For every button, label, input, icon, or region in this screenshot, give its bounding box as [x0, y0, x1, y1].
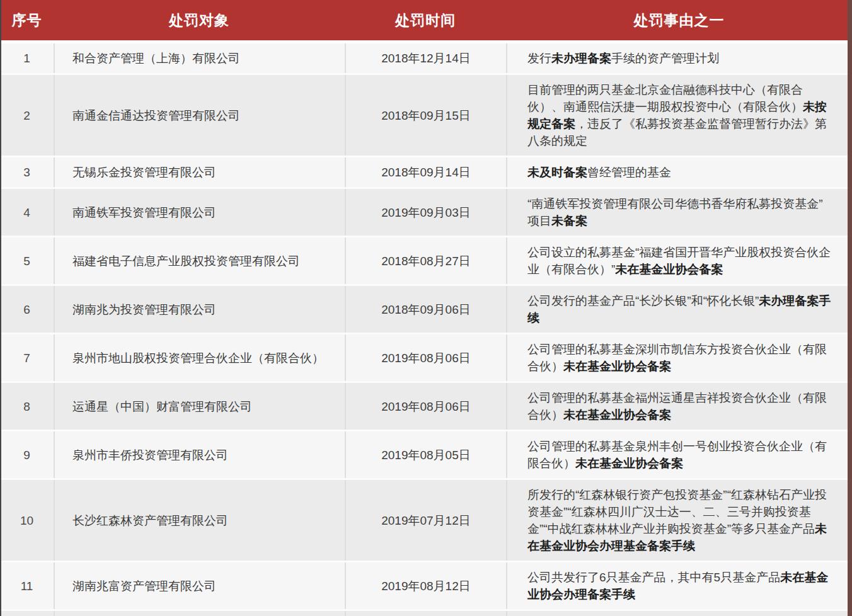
table-row: 9 泉州市丰侨投资管理有限公司 2019年08月05日 公司管理的私募基金泉州丰…	[0, 431, 852, 480]
table-row: 10 长沙红森林资产管理有限公司 2019年07月12日 所发行的“红森林银行资…	[0, 480, 852, 562]
cell-penalty-reason: 公司管理的私募基金泉州丰创一号创业投资合伙企业（有限合伙）未在基金业协会备案	[506, 431, 852, 478]
column-header-date: 处罚时间	[345, 11, 506, 30]
table-row: 7 泉州市地山股权投资管理合伙企业（有限合伙） 2019年08月06日 公司管理…	[0, 334, 852, 383]
table-row: 4 南通铁军投资管理有限公司 2019年09月03日 “南通铁军投资管理有限公司…	[0, 189, 852, 237]
cell-row-number: 8	[0, 383, 54, 430]
cell-penalty-date: 2019年08月05日	[345, 431, 506, 478]
cell-row-number: 1	[0, 43, 54, 73]
cell-penalty-reason: 公司管理的私募基金福州运通星吉祥投资合伙企业（有限合伙）未在基金业协会备案	[506, 383, 852, 430]
right-edge-strip	[848, 0, 852, 616]
cell-penalty-date: 2018年09月15日	[345, 75, 506, 156]
column-header-no: 序号	[0, 11, 54, 30]
table-row: 5 福建省电子信息产业股权投资管理有限公司 2018年08月27日 公司设立的私…	[0, 237, 852, 286]
table-row: 8 运通星（中国）财富管理有限公司 2019年08月06日 公司管理的私募基金福…	[0, 383, 852, 431]
cell-row-number: 7	[0, 334, 54, 381]
cell-penalty-reason: 公司发行的基金产品“长沙长银”和“怀化长银”未办理备案手续	[506, 286, 852, 333]
cell-penalty-reason: 公司共发行了6只基金产品，其中有5只基金产品未在基金业协会办理备案手续	[506, 562, 852, 609]
cell-row-number: 4	[0, 189, 54, 236]
cell-penalty-target: 南通金信通达投资管理有限公司	[54, 75, 345, 156]
cell-penalty-date: 2019年08月06日	[345, 383, 506, 430]
cell-row-number: 11	[0, 562, 54, 609]
cell-penalty-target: 湖南兆富资产管理有限公司	[54, 562, 345, 609]
cell-penalty-target: 福建省电子信息产业股权投资管理有限公司	[54, 237, 345, 284]
cell-penalty-target: 和合资产管理（上海）有限公司	[54, 43, 345, 73]
cell-penalty-target: 南通铁军投资管理有限公司	[54, 189, 345, 236]
cell-penalty-reason: 所发行的“红森林银行资产包投资基金”“红森林钻石产业投资基金”“红森林四川广汉士…	[506, 480, 852, 561]
table-row: 3 无锡乐金投资管理有限公司 2018年09月14日 未及时备案曾经管理的基金	[0, 157, 852, 189]
column-header-reason: 处罚事由之一	[506, 11, 852, 30]
cell-penalty-reason: 未按照规定办理基金备案手续	[506, 611, 852, 616]
table-header: 序号 处罚对象 处罚时间 处罚事由之一	[0, 0, 852, 43]
cell-penalty-target: 运通星（中国）财富管理有限公司	[54, 383, 345, 430]
cell-penalty-date: 2019年09月03日	[345, 189, 506, 236]
table-row: 11 湖南兆富资产管理有限公司 2019年08月12日 公司共发行了6只基金产品…	[0, 562, 852, 611]
cell-row-number: 5	[0, 237, 54, 284]
cell-row-number: 12	[0, 611, 54, 616]
cell-penalty-date: 2018年12月14日	[345, 43, 506, 73]
cell-row-number: 2	[0, 75, 54, 156]
table-row: 12 广东恒信基金管理有限公司 2019年08月12日 未按照规定办理基金备案手…	[0, 611, 852, 616]
cell-penalty-target: 广东恒信基金管理有限公司	[54, 611, 345, 616]
table-body: 1 和合资产管理（上海）有限公司 2018年12月14日 发行未办理备案手续的资…	[0, 43, 852, 616]
left-edge-border	[0, 0, 1, 616]
table-row: 1 和合资产管理（上海）有限公司 2018年12月14日 发行未办理备案手续的资…	[0, 43, 852, 75]
cell-penalty-reason: “南通铁军投资管理有限公司华德书香华府私募投资基金”项目未备案	[506, 189, 852, 236]
cell-penalty-date: 2018年09月14日	[345, 157, 506, 187]
cell-penalty-date: 2019年08月12日	[345, 611, 506, 616]
cell-row-number: 10	[0, 480, 54, 561]
cell-row-number: 3	[0, 157, 54, 187]
cell-penalty-target: 湖南兆为投资管理有限公司	[54, 286, 345, 333]
cell-penalty-target: 泉州市地山股权投资管理合伙企业（有限合伙）	[54, 334, 345, 381]
table-row: 2 南通金信通达投资管理有限公司 2018年09月15日 目前管理的两只基金北京…	[0, 75, 852, 157]
cell-penalty-reason: 目前管理的两只基金北京金信融德科技中心（有限合伙）、南通熙信沃捷一期股权投资中心…	[506, 75, 852, 156]
cell-penalty-reason: 公司设立的私募基金“福建省国开晋华产业股权投资合伙企业（有限合伙）”未在基金业协…	[506, 237, 852, 284]
cell-penalty-date: 2019年07月12日	[345, 480, 506, 561]
cell-penalty-reason: 公司管理的私募基金深圳市凯信东方投资合伙企业（有限合伙）未在基金业协会备案	[506, 334, 852, 381]
cell-row-number: 6	[0, 286, 54, 333]
cell-penalty-date: 2019年08月06日	[345, 334, 506, 381]
cell-penalty-reason: 发行未办理备案手续的资产管理计划	[506, 43, 852, 73]
cell-penalty-date: 2018年09月06日	[345, 286, 506, 333]
cell-penalty-date: 2018年08月27日	[345, 237, 506, 284]
cell-penalty-target: 泉州市丰侨投资管理有限公司	[54, 431, 345, 478]
table-row: 6 湖南兆为投资管理有限公司 2018年09月06日 公司发行的基金产品“长沙长…	[0, 286, 852, 334]
cell-row-number: 9	[0, 431, 54, 478]
cell-penalty-reason: 未及时备案曾经管理的基金	[506, 157, 852, 187]
cell-penalty-target: 长沙红森林资产管理有限公司	[54, 480, 345, 561]
penalty-table-page: 序号 处罚对象 处罚时间 处罚事由之一 1 和合资产管理（上海）有限公司 201…	[0, 0, 852, 616]
cell-penalty-target: 无锡乐金投资管理有限公司	[54, 157, 345, 187]
column-header-target: 处罚对象	[54, 11, 345, 30]
cell-penalty-date: 2019年08月12日	[345, 562, 506, 609]
